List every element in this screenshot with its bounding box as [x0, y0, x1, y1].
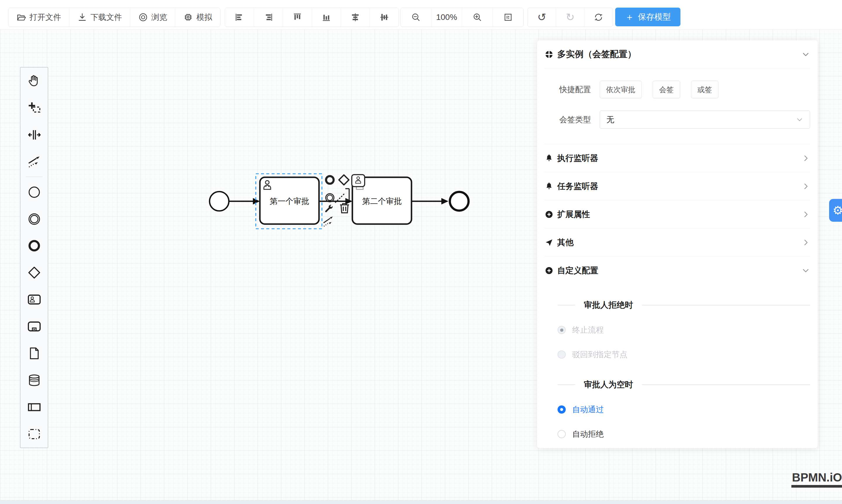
append-user-task-icon[interactable] [352, 175, 365, 187]
section-extended-properties[interactable]: 扩展属性 [545, 200, 810, 228]
radio-terminate-process[interactable]: 终止流程 [558, 325, 810, 335]
refresh-button[interactable] [584, 8, 613, 26]
multi-instance-icon [545, 50, 554, 59]
sequence-flow-3[interactable] [411, 198, 449, 204]
end-event[interactable] [450, 192, 469, 211]
return-to-node-label: 驳回到指定节点 [572, 349, 628, 360]
align-horizontal-center-button[interactable] [341, 8, 370, 26]
simulate-button[interactable]: 模拟 [175, 8, 220, 26]
global-connect-tool[interactable] [20, 148, 48, 175]
hand-icon [27, 74, 41, 88]
append-gateway-icon[interactable] [339, 175, 349, 185]
space-tool-icon [27, 128, 41, 142]
download-file-button[interactable]: 下载文件 [69, 8, 130, 26]
create-intermediate-event[interactable] [20, 205, 48, 233]
append-end-event-icon[interactable] [326, 176, 334, 184]
align-vertical-center-button[interactable] [370, 8, 399, 26]
zoom-out-button[interactable] [401, 8, 431, 26]
create-subprocess[interactable] [20, 313, 48, 340]
eye-icon [138, 12, 148, 22]
data-object-icon [27, 346, 41, 360]
multi-type-value: 无 [607, 114, 614, 125]
empty-group-title-text: 审批人为空时 [584, 379, 633, 390]
create-gateway[interactable] [20, 259, 48, 286]
section-execution-listener[interactable]: 执行监听器 [545, 144, 810, 172]
multi-type-select[interactable]: 无 [600, 111, 810, 129]
fit-viewport-button[interactable] [493, 8, 523, 26]
create-data-store[interactable] [20, 367, 48, 394]
append-text-annotation-icon[interactable] [335, 189, 349, 202]
sequential-approval-button[interactable]: 依次审批 [600, 81, 642, 98]
section-other[interactable]: 其他 [545, 228, 810, 256]
save-model-button[interactable]: ＋ 保存模型 [615, 7, 681, 26]
section-custom-config[interactable]: 自定义配置 [545, 256, 810, 284]
or-sign-button[interactable]: 或签 [691, 81, 719, 98]
send-icon [545, 238, 554, 247]
countersign-button[interactable]: 会签 [653, 81, 680, 98]
gear-icon: ⚙ [832, 203, 842, 217]
simulate-label: 模拟 [196, 12, 212, 22]
align-bottom-button[interactable] [312, 8, 341, 26]
custom-config-label: 自定义配置 [557, 265, 598, 276]
start-event[interactable] [210, 192, 229, 211]
create-end-event[interactable] [20, 233, 48, 259]
task1-label: 第一个审批 [270, 197, 309, 205]
auto-reject-label: 自动拒绝 [572, 429, 604, 439]
zoom-in-button[interactable] [462, 8, 493, 26]
radio-auto-reject[interactable]: 自动拒绝 [558, 429, 810, 439]
sequence-flow-1[interactable] [229, 198, 260, 204]
space-tool[interactable] [20, 121, 48, 148]
create-start-event[interactable] [20, 179, 48, 205]
empty-group-title: 审批人为空时 [558, 379, 810, 390]
quick-config-row: 快捷配置 依次审批 会签 或签 [545, 81, 810, 98]
history-button-group: ↺ ↻ [527, 7, 613, 27]
connect-tool-icon[interactable] [324, 216, 333, 226]
data-store-icon [27, 373, 41, 387]
user-task-1[interactable]: 第一个审批 [260, 177, 319, 224]
open-file-button[interactable]: 打开文件 [8, 8, 69, 26]
hand-tool[interactable] [20, 68, 48, 94]
properties-panel: 多实例（会签配置） 快捷配置 依次审批 会签 或签 会签类型 无 执行监听器 [537, 40, 818, 448]
connect-icon [27, 155, 41, 169]
sequence-flow-2[interactable] [319, 198, 352, 204]
panel-header[interactable]: 多实例（会签配置） [545, 40, 810, 69]
wrench-icon[interactable] [325, 205, 332, 212]
bell-icon [545, 154, 554, 163]
divider [558, 384, 575, 385]
top-toolbar: 打开文件 下载文件 浏览 模拟 [0, 0, 842, 30]
align-top-button[interactable] [283, 8, 312, 26]
align-left-button[interactable] [225, 8, 254, 26]
redo-button[interactable]: ↻ [556, 8, 584, 26]
align-top-icon [292, 12, 302, 22]
align-right-button[interactable] [254, 8, 283, 26]
undo-button[interactable]: ↺ [528, 8, 556, 26]
multi-type-label: 会签类型 [545, 114, 591, 125]
redo-icon: ↻ [566, 11, 575, 23]
create-participant[interactable] [20, 394, 48, 421]
auto-pass-label: 自动通过 [572, 404, 604, 415]
preview-button[interactable]: 浏览 [130, 8, 175, 26]
gateway-icon [27, 266, 41, 280]
chevron-right-icon [801, 154, 810, 163]
create-group[interactable] [20, 421, 48, 448]
end-event-icon [27, 239, 41, 253]
radio-return-to-node[interactable]: 驳回到指定节点 [558, 349, 810, 360]
align-left-icon [234, 12, 244, 22]
reject-group-title: 审批人拒绝时 [558, 300, 810, 311]
section-task-listener[interactable]: 任务监听器 [545, 172, 810, 200]
plus-circle-icon [545, 210, 554, 219]
append-intermediate-event-icon[interactable] [326, 194, 334, 202]
radio-icon [558, 430, 566, 438]
chevron-down-icon[interactable] [801, 50, 810, 59]
subprocess-icon [27, 320, 41, 334]
divider [642, 305, 810, 305]
create-user-task[interactable] [20, 286, 48, 313]
align-vertical-center-icon [379, 12, 389, 22]
lasso-tool[interactable] [20, 94, 48, 121]
bottom-strip [0, 500, 842, 504]
settings-toggle-tab[interactable]: ⚙ [829, 199, 842, 222]
zoom-level-display[interactable]: 100% [431, 8, 462, 26]
trash-icon[interactable] [340, 203, 349, 213]
create-data-object[interactable] [20, 340, 48, 367]
radio-auto-pass[interactable]: 自动通过 [558, 404, 810, 415]
